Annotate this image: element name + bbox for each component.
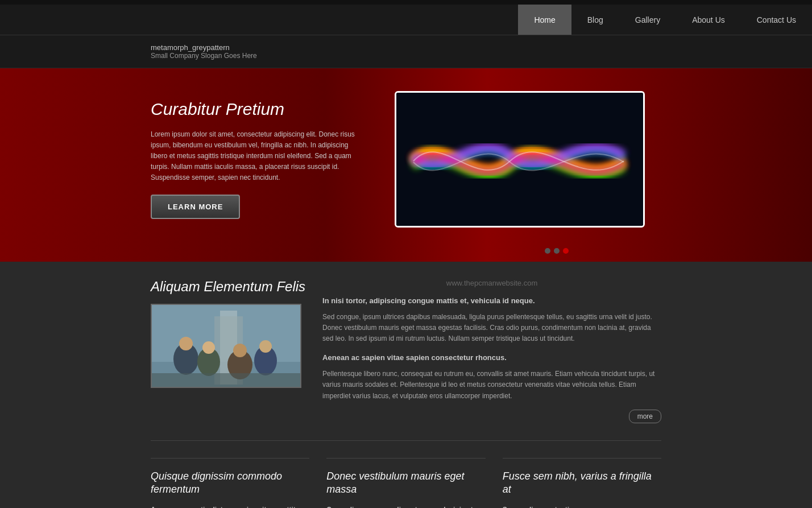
- nav-home[interactable]: Home: [518, 5, 571, 35]
- aliquam-image: [151, 304, 301, 388]
- site-slogan: Small Company Slogan Goes Here: [151, 52, 661, 60]
- col3-title: Fusce sem nibh, varius a fringilla at: [503, 470, 661, 497]
- nav-contact[interactable]: Contact Us: [741, 5, 812, 35]
- dot-1[interactable]: [545, 248, 550, 254]
- nav-about[interactable]: About Us: [676, 5, 741, 35]
- nav-blog[interactable]: Blog: [571, 5, 619, 35]
- slider-dots: [545, 248, 569, 254]
- svg-point-6: [179, 337, 193, 350]
- learn-more-button[interactable]: LEARN MORE: [151, 195, 240, 219]
- svg-point-12: [259, 340, 272, 353]
- three-columns: Quisque dignissim commodo fermentum Aene…: [151, 458, 661, 508]
- hero-body: Lorem ipsum dolor sit amet, consectetur …: [151, 129, 355, 184]
- main-content: Aliquam Elementum Felis: [0, 262, 812, 508]
- svg-point-8: [202, 341, 215, 354]
- aliquam-title: Aliquam Elementum Felis: [151, 279, 305, 295]
- aliquam-right: www.thepcmanwebsite.com In nisi tortor, …: [322, 279, 661, 423]
- watermark: www.thepcmanwebsite.com: [322, 279, 661, 287]
- column-1: Quisque dignissim commodo fermentum Aene…: [151, 458, 309, 508]
- svg-rect-13: [152, 373, 301, 388]
- top-bar: [0, 0, 812, 5]
- aliquam-section: Aliquam Elementum Felis: [151, 279, 661, 441]
- aliquam-para1: Sed congue, ipsum ultrices dapibus males…: [322, 312, 661, 345]
- col3-bold: Suspendisse potenti.: [503, 505, 661, 509]
- nav-gallery[interactable]: Gallery: [619, 5, 676, 35]
- hero-image: [395, 91, 645, 228]
- aliquam-left: Aliquam Elementum Felis: [151, 279, 305, 423]
- column-3: Fusce sem nibh, varius a fringilla at Su…: [503, 458, 661, 508]
- site-name: metamorph_greypattern: [151, 43, 661, 52]
- dot-3[interactable]: [563, 248, 569, 254]
- hero-text: Curabitur Pretium Lorem ipsum dolor sit …: [151, 100, 355, 220]
- col1-bold: Aenean venenatis dictum sapien vitae por…: [151, 505, 309, 509]
- dot-2[interactable]: [554, 248, 560, 254]
- svg-point-10: [233, 344, 247, 357]
- aliquam-bold2: Aenean ac sapien vitae sapien consectetu…: [322, 352, 661, 364]
- hero-title: Curabitur Pretium: [151, 100, 355, 119]
- col1-title: Quisque dignissim commodo fermentum: [151, 470, 309, 497]
- hero-section: Curabitur Pretium Lorem ipsum dolor sit …: [0, 68, 812, 262]
- site-header: metamorph_greypattern Small Company Slog…: [0, 35, 812, 68]
- hero-image-frame: [378, 91, 661, 228]
- aliquam-more-button[interactable]: more: [629, 410, 661, 423]
- col2-title: Donec vestibulum mauris eget massa: [326, 470, 485, 497]
- aliquam-bold1: In nisi tortor, adipiscing congue mattis…: [322, 295, 661, 307]
- column-2: Donec vestibulum mauris eget massa Cras …: [326, 458, 485, 508]
- aliquam-para2: Pellentesque libero nunc, consequat eu r…: [322, 369, 661, 402]
- col2-bold: Cras odio purus, condimentum non lacinia…: [326, 505, 485, 509]
- navigation: Home Blog Gallery About Us Contact Us: [0, 5, 812, 35]
